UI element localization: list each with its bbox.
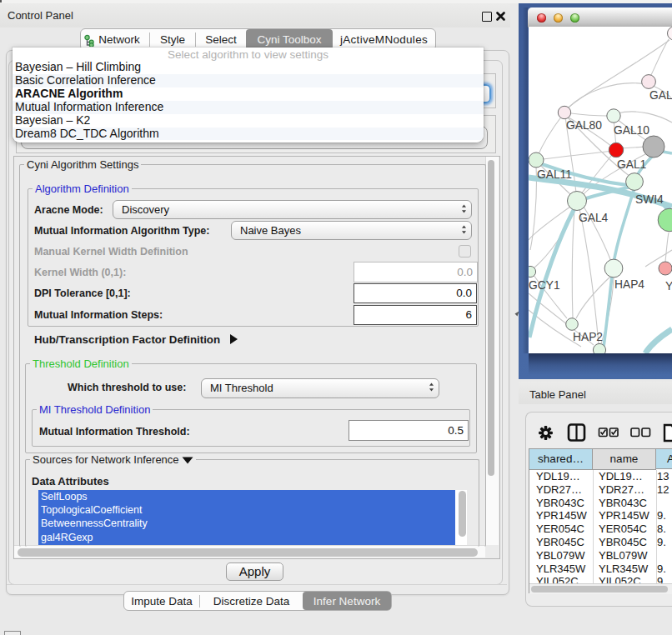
svg-text:GAL10: GAL10 [614,124,649,137]
svg-text:GAL: GAL [649,89,672,102]
svg-text:GAL80: GAL80 [566,119,602,132]
svg-text:HAP2: HAP2 [573,331,603,343]
svg-text:SWI4: SWI4 [635,193,664,206]
svg-text:GAL1: GAL1 [617,158,646,171]
svg-text:GAL4: GAL4 [579,212,609,224]
svg-text:GAL11: GAL11 [537,168,572,181]
svg-text:Y: Y [665,280,672,292]
svg-text:HAP4: HAP4 [614,278,644,291]
svg-text:GCY1: GCY1 [529,279,560,292]
